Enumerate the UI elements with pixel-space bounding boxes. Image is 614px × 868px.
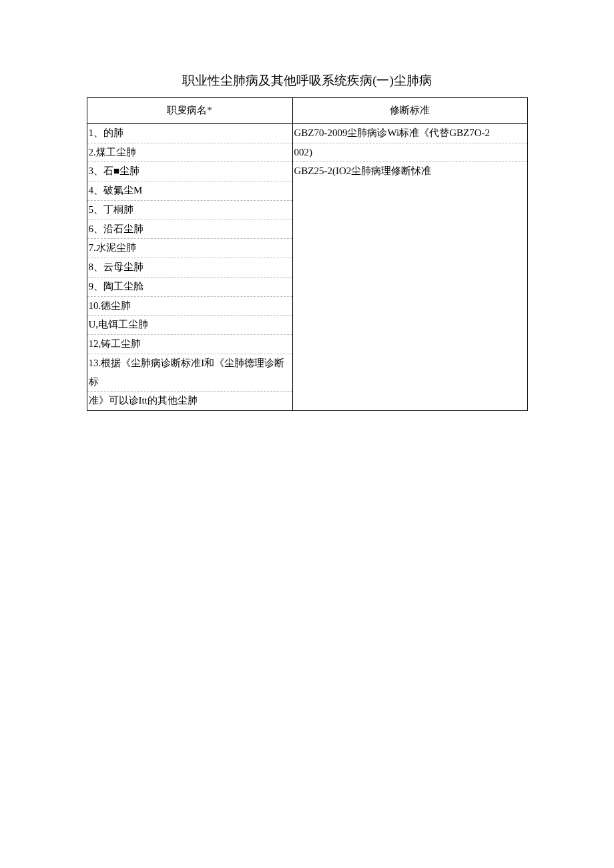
- header-col1: 职叟病名*: [87, 98, 292, 124]
- left-text: 5、丁桐肺: [89, 204, 134, 215]
- left-text: 2.煤工尘肺: [89, 147, 136, 157]
- right-line: 002): [293, 143, 527, 163]
- table-header-row: 职叟病名* 修断标准: [87, 98, 527, 124]
- page-title: 职业性尘肺病及其他呼吸系统疾病(一)尘肺病: [0, 72, 614, 89]
- left-line: 准》可以诊Itt的其他尘肺: [87, 392, 292, 410]
- left-text: 准》可以诊Itt的其他尘肺: [89, 395, 198, 406]
- right-text: 002): [294, 147, 313, 157]
- left-text: 12,铸工尘肺: [89, 338, 141, 349]
- left-text: U,电饵工尘肺: [89, 319, 149, 330]
- left-line: 13.根据《尘肺病诊断标准I和《尘肺德理诊断标: [87, 354, 292, 392]
- left-text: 1、的肺: [89, 127, 124, 138]
- left-text: 4、破氟尘M: [89, 185, 143, 195]
- left-line: 9、陶工尘舱: [87, 278, 292, 297]
- left-text: 6、沿石尘肺: [89, 224, 144, 234]
- left-body-cell: 1、的肺 2.煤工尘肺 3、石■尘肺 4、破氟尘M 5、丁桐肺 6、沿石尘肺 7…: [87, 123, 292, 410]
- right-body-cell: GBZ70-2009尘肺病诊Wi标准《代替GBZ7O-2 002) GBZ25-…: [292, 123, 527, 410]
- right-text: GBZ70-2009尘肺病诊Wi标准《代替GBZ7O-2: [294, 127, 491, 138]
- left-text: 7.水泥尘肺: [89, 242, 136, 253]
- document-page: 职业性尘肺病及其他呼吸系统疾病(一)尘肺病 职叟病名* 修断标准 1、的肺 2.…: [0, 0, 614, 411]
- left-line: U,电饵工尘肺: [87, 316, 292, 335]
- left-line: 1、的肺: [87, 124, 292, 143]
- left-line: 7.水泥尘肺: [87, 239, 292, 258]
- right-line: GBZ70-2009尘肺病诊Wi标准《代替GBZ7O-2: [293, 124, 527, 143]
- left-text: 3、石■尘肺: [89, 165, 140, 176]
- left-line: 6、沿石尘肺: [87, 220, 292, 240]
- right-line: GBZ25-2(IO2尘肺病理修断怵准: [293, 162, 527, 181]
- left-line: 4、破氟尘M: [87, 181, 292, 201]
- left-text: 13.根据《尘肺病诊断标准I和《尘肺德理诊断标: [89, 358, 285, 387]
- table-body-row: 1、的肺 2.煤工尘肺 3、石■尘肺 4、破氟尘M 5、丁桐肺 6、沿石尘肺 7…: [87, 123, 527, 410]
- left-line: 3、石■尘肺: [87, 162, 292, 181]
- left-line: 5、丁桐肺: [87, 201, 292, 220]
- left-line: 10.德尘肺: [87, 297, 292, 316]
- left-line: 12,铸工尘肺: [87, 335, 292, 354]
- left-text: 8、云母尘肺: [89, 262, 144, 272]
- left-line: 8、云母尘肺: [87, 258, 292, 278]
- left-line: 2.煤工尘肺: [87, 143, 292, 163]
- left-text: 10.德尘肺: [89, 300, 131, 311]
- header-col2: 修断标准: [292, 98, 527, 124]
- right-text: GBZ25-2(IO2尘肺病理修断怵准: [294, 165, 432, 176]
- left-text: 9、陶工尘舱: [89, 281, 144, 292]
- main-table: 职叟病名* 修断标准 1、的肺 2.煤工尘肺 3、石■尘肺 4、破氟尘M 5、丁…: [87, 97, 528, 411]
